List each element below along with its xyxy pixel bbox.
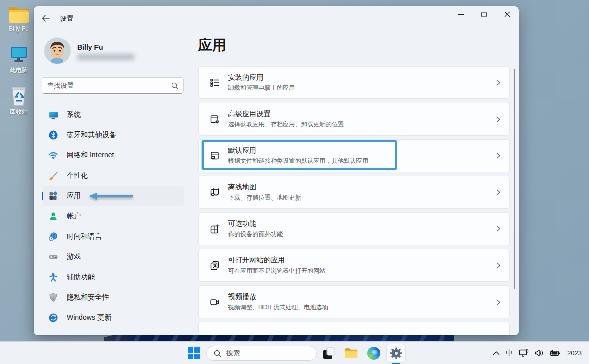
network-tray-button[interactable] [516, 345, 532, 361]
windows-start-icon [187, 347, 201, 360]
gaming-icon [48, 252, 58, 262]
edge-icon [367, 347, 380, 360]
start-button[interactable] [186, 345, 202, 361]
desktop-icon-recycle-bin[interactable]: 回收站 [3, 85, 35, 116]
battery-tray-button[interactable] [547, 345, 563, 361]
system-icon [48, 110, 58, 120]
blue-left-arrow-annotation [89, 192, 133, 200]
volume-tray-button[interactable] [532, 345, 547, 361]
scrollbar[interactable] [514, 69, 515, 289]
chevron-right-icon [495, 80, 501, 86]
ime-indicator[interactable]: 中 [503, 345, 516, 361]
card-optional-features[interactable]: 可选功能 你的设备的额外功能 [198, 212, 510, 245]
card-apps-for-websites[interactable]: 可打开网站的应用 可在应用而不是浏览器中打开的网站 [198, 249, 510, 282]
sidebar-item-network-internet[interactable]: 网络和 Internet [42, 145, 184, 166]
taskbar: 搜索 [0, 341, 589, 364]
sidebar-item-accounts[interactable]: 帐户 [42, 206, 184, 226]
hidden-icons-button[interactable] [489, 345, 503, 361]
maximize-icon [481, 12, 487, 17]
battery-icon [550, 350, 560, 357]
card-title: 高级应用设置 [228, 110, 495, 119]
chevron-right-icon [495, 153, 501, 159]
card-subtitle: 选择获取应用、存档应用、卸载更新的位置 [228, 120, 495, 129]
card-advanced-app-settings[interactable]: 高级应用设置 选择获取应用、存档应用、卸载更新的位置 [198, 103, 510, 136]
sidebar-item-time-language[interactable]: 时间和语言 [42, 226, 184, 247]
card-title: 可选功能 [228, 219, 495, 228]
sidebar-item-windows-update[interactable]: Windows 更新 [42, 308, 184, 328]
sidebar-item-label: 游戏 [67, 252, 81, 261]
apps-icon [48, 191, 58, 201]
card-offline-maps[interactable]: 离线地图 下载、存储位置、地图更新 [198, 176, 510, 209]
card-video-playback[interactable]: 视频播放 视频调整、HDR 流式处理、电池选项 [198, 285, 510, 318]
card-startup[interactable]: 启动 [198, 322, 510, 335]
sidebar-item-personalization[interactable]: 个性化 [42, 166, 184, 186]
taskbar-search[interactable]: 搜索 [206, 346, 317, 361]
chevron-right-icon [495, 116, 501, 122]
close-button[interactable] [496, 6, 519, 22]
chevron-up-icon [493, 351, 500, 355]
taskbar-app-file-explorer[interactable] [343, 345, 359, 361]
back-button[interactable] [41, 13, 51, 23]
sidebar-nav: 系统 蓝牙和其他设备 网络和 Internet [42, 105, 184, 328]
sidebar-item-label: Windows 更新 [67, 313, 112, 322]
sidebar-item-apps[interactable]: 应用 [42, 186, 184, 206]
folder-icon [7, 5, 30, 24]
desktop-icon-label: Billy Fu [3, 25, 35, 32]
sidebar-item-privacy-security[interactable]: 隐私和安全性 [42, 287, 184, 308]
taskbar-search-placeholder: 搜索 [226, 349, 240, 358]
page-title: 应用 [198, 36, 226, 55]
apps-for-websites-icon [210, 260, 220, 271]
card-subtitle: 卸载和管理电脑上的应用 [228, 84, 495, 92]
system-tray: 中 [489, 342, 589, 364]
network-icon [48, 150, 58, 160]
desktop: Billy Fu 此电脑 回收站 [0, 0, 589, 364]
card-title: 安装的应用 [228, 73, 495, 82]
taskbar-app-task-view[interactable] [321, 345, 337, 361]
desktop-icon-billy-fu[interactable]: Billy Fu [3, 5, 35, 32]
clock[interactable]: 2023 [563, 349, 589, 357]
desktop-icon-label: 此电脑 [3, 66, 35, 75]
personalization-icon [48, 171, 58, 181]
desktop-icon-this-pc[interactable]: 此电脑 [3, 45, 35, 75]
optional-features-icon [210, 224, 220, 234]
sidebar-item-label: 蓝牙和其他设备 [67, 130, 116, 140]
minimize-button[interactable] [449, 6, 472, 22]
this-pc-icon [8, 45, 30, 65]
offline-maps-icon [210, 187, 220, 197]
card-title: 离线地图 [228, 183, 495, 192]
accounts-icon [48, 211, 58, 221]
installed-apps-icon [210, 78, 220, 88]
ime-label: 中 [506, 349, 513, 358]
default-apps-icon [210, 151, 220, 161]
profile-name: Billy Fu [77, 43, 103, 51]
sidebar-item-accessibility[interactable]: 辅助功能 [42, 267, 184, 287]
minimize-icon [458, 12, 464, 17]
bluetooth-icon [48, 130, 58, 140]
chevron-right-icon [495, 299, 501, 305]
network-icon [519, 349, 529, 357]
volume-icon [535, 349, 544, 357]
sidebar-item-label: 应用 [67, 191, 81, 201]
window-title: 设置 [60, 14, 73, 23]
avatar[interactable] [44, 38, 71, 64]
search-input[interactable]: 查找设置 [42, 77, 184, 94]
sidebar-item-label: 个性化 [67, 171, 88, 180]
maximize-button[interactable] [472, 6, 496, 22]
sidebar-item-label: 帐户 [67, 212, 81, 221]
sidebar-item-bluetooth-devices[interactable]: 蓝牙和其他设备 [42, 125, 184, 145]
taskbar-app-edge[interactable] [366, 345, 382, 361]
card-default-apps[interactable]: 默认应用 根据文件和链接种类设置的默认应用，其他默认应用 [198, 139, 510, 172]
back-arrow-icon [42, 15, 50, 22]
sidebar-item-system[interactable]: 系统 [42, 105, 184, 125]
settings-window: 设置 [34, 6, 519, 335]
taskbar-app-settings[interactable] [387, 344, 405, 362]
titlebar: 设置 [34, 6, 519, 29]
sidebar-item-label: 时间和语言 [67, 232, 102, 241]
chevron-right-icon [495, 226, 501, 232]
sidebar-item-label: 隐私和安全性 [67, 293, 109, 302]
card-installed-apps[interactable]: 安装的应用 卸载和管理电脑上的应用 [198, 66, 510, 99]
sidebar-item-label: 辅助功能 [67, 273, 95, 282]
sidebar-item-gaming[interactable]: 游戏 [42, 247, 184, 267]
card-title: 可打开网站的应用 [228, 256, 495, 265]
search-icon [171, 82, 178, 89]
